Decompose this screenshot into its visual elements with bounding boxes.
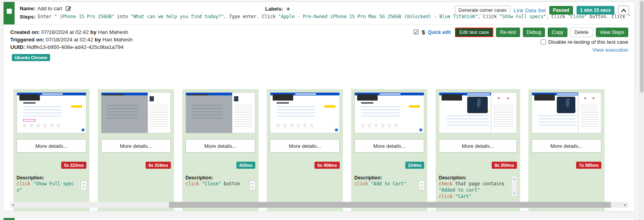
environment-badge: Ubuntu Chrome	[12, 54, 50, 61]
thumbnail-art	[81, 128, 85, 132]
thumbnail-art	[534, 94, 555, 101]
step-screenshot-thumbnail[interactable]	[185, 92, 255, 133]
edit-name-icon[interactable]	[66, 6, 71, 11]
step-screenshot-thumbnail[interactable]	[439, 92, 517, 133]
thumbnail-art	[467, 93, 490, 95]
delete-button[interactable]: Delete	[570, 28, 593, 37]
more-details-button[interactable]: More details...	[354, 139, 424, 153]
scroll-right-icon[interactable]: ►	[622, 202, 628, 208]
thumbnail-art	[361, 124, 401, 127]
view-steps-button[interactable]: View Steps	[596, 28, 628, 37]
step-description-main: Description: check that page contains "A…	[439, 175, 510, 200]
more-details-button[interactable]: More details...	[532, 139, 601, 153]
step-screenshot-thumbnail[interactable]	[532, 92, 601, 133]
step-card: More details... 7s 585ms	[528, 89, 605, 211]
collapse-button[interactable]	[618, 6, 629, 15]
step-duration-badge: 224ms	[405, 162, 424, 169]
more-details-button[interactable]: More details...	[101, 139, 171, 153]
vertical-scroll-thumb[interactable]	[640, 1, 644, 93]
spin-up-icon[interactable]: ▲	[82, 182, 85, 185]
step-description: Description: click "Close" button ▲ ▼	[185, 175, 255, 190]
more-details-button[interactable]: More details...	[439, 139, 517, 153]
disable-retesting-label: Disable re-testing of this test case	[548, 39, 628, 45]
description-scrollbar[interactable]: ▲ ▼	[419, 181, 424, 190]
thumbnail-art	[584, 97, 586, 99]
thumbnail-art	[234, 96, 238, 101]
more-details-button[interactable]: More details...	[185, 139, 255, 153]
step-card: More details... 420ms Description: click…	[182, 89, 258, 211]
view-execution-link[interactable]: View execution	[592, 47, 628, 53]
spin-down-icon[interactable]: ▼	[251, 186, 254, 188]
thumbnail-art	[23, 124, 64, 127]
triggered-line: Triggered on: 07/18/2024 at 02:42 by Har…	[10, 36, 133, 43]
horizontal-scroll-track[interactable]	[16, 202, 622, 208]
select-test-case-checkbox[interactable]	[7, 9, 12, 14]
next-status-indicator-bar	[4, 218, 15, 220]
thumbnail-art	[477, 98, 481, 107]
thumbnail-art	[277, 124, 317, 127]
step-card: More details... 8s 350ms Description: ch…	[436, 89, 520, 211]
duration-row: 8s 350ms	[439, 161, 517, 169]
description-label: Description:	[439, 175, 510, 181]
debug-button[interactable]: Debug	[523, 28, 545, 37]
thumbnail-art	[277, 102, 289, 104]
more-details-button[interactable]: More details...	[17, 139, 86, 153]
more-details-button[interactable]: More details...	[270, 139, 340, 153]
thumbnail-art	[442, 94, 462, 101]
step-screenshot-thumbnail[interactable]	[101, 92, 171, 133]
created-line: Created on: 07/18/2024 at 02:42 by Hari …	[10, 28, 133, 36]
spin-down-icon[interactable]: ▼	[513, 192, 516, 195]
spin-up-icon[interactable]: ▲	[513, 177, 516, 180]
step-duration-badge: 8s 350ms	[492, 162, 517, 169]
test-case-name[interactable]: Add to cart	[37, 6, 62, 11]
edit-test-case-button[interactable]: Edit test case	[455, 28, 493, 37]
triggered-label: Triggered on:	[10, 37, 44, 43]
step-description-code: check that page contains "Added to cart"…	[439, 181, 510, 200]
actions-block: ☑ $ Quick edit Edit test case Re-test De…	[413, 28, 628, 53]
thumbnail-art	[23, 102, 36, 104]
quick-edit-link[interactable]: Quick edit	[428, 30, 451, 35]
duration-row: 5s 222ms	[17, 161, 86, 169]
step-description: Description: click "Add to Cart" ▲ ▼	[354, 175, 424, 190]
spin-up-icon[interactable]: ▲	[420, 182, 423, 185]
chevron-up-icon	[621, 9, 626, 12]
labels-group: Labels: +	[265, 6, 290, 12]
labels-label: Labels:	[265, 6, 283, 12]
description-scrollbar[interactable]: ▲ ▼	[81, 181, 86, 190]
dollar-icon[interactable]: $	[422, 29, 425, 35]
scroll-left-icon[interactable]: ◄	[10, 202, 16, 208]
vertical-scrollbar[interactable]	[639, 0, 644, 220]
add-label-icon[interactable]: +	[286, 7, 290, 11]
horizontal-scroll-thumb[interactable]	[169, 202, 611, 208]
thumbnail-art	[419, 128, 423, 132]
thumbnail-art	[380, 93, 401, 95]
disable-retesting-checkbox[interactable]	[541, 39, 546, 45]
thumbnail-art	[324, 105, 335, 108]
step-screenshot-thumbnail[interactable]	[17, 92, 86, 133]
thumbnail-art	[493, 105, 513, 127]
thumbnail-art	[107, 105, 138, 119]
thumbnail-art	[446, 115, 490, 127]
next-test-case-row	[3, 218, 635, 220]
step-duration-badge: 6s 316ms	[146, 162, 171, 169]
checkbox-checked-icon[interactable]: ☑	[413, 29, 419, 35]
step-card: More details... 224ms Description: click…	[351, 89, 427, 211]
thumbnail-art	[409, 105, 420, 108]
description-scrollbar[interactable]: ▲ ▼	[250, 181, 255, 190]
link-data-set-link[interactable]: Link Data Set	[514, 7, 546, 13]
spin-down-icon[interactable]: ▼	[82, 186, 85, 188]
uuid-line: UUID: f4dffe13-b950-408e-ad42-425c9ba1a7…	[10, 43, 133, 51]
spin-up-icon[interactable]: ▲	[251, 182, 254, 185]
step-screenshot-thumbnail[interactable]	[270, 92, 340, 133]
copy-button[interactable]: Copy	[548, 28, 567, 37]
spin-down-icon[interactable]: ▼	[420, 186, 423, 188]
retest-button[interactable]: Re-test	[496, 28, 520, 37]
step-screenshot-thumbnail[interactable]	[354, 92, 424, 133]
description-scrollbar[interactable]: ▲ ▼	[511, 176, 517, 196]
created-by-label: by	[90, 29, 97, 35]
generate-corner-cases-button[interactable]: Generate corner cases	[455, 6, 510, 15]
triggered-value: 07/18/2024 at 02:42	[46, 37, 93, 43]
step-card: More details... 6s 458ms	[267, 89, 343, 211]
horizontal-scrollbar[interactable]: ◄ ►	[10, 202, 628, 208]
thumbnail-art	[234, 105, 253, 127]
